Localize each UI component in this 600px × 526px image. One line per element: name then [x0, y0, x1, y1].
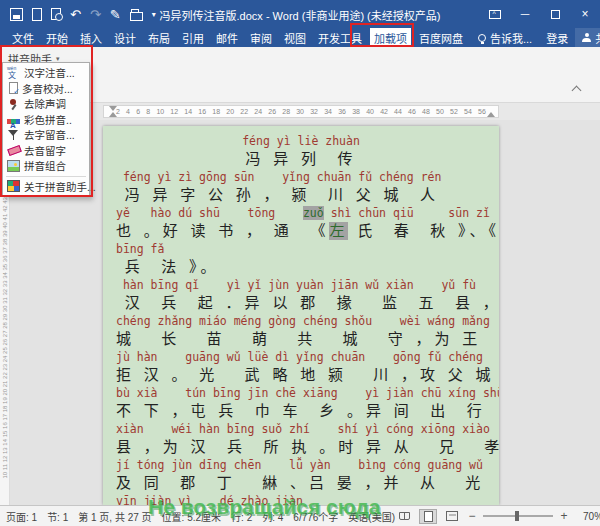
pinyin-line: bīng fǎ: [116, 242, 486, 257]
draft-edit-icon[interactable]: ✎: [110, 8, 121, 21]
menu-item[interactable]: 多音校对...: [3, 81, 89, 97]
ruler-tick-label: 48: [422, 106, 430, 118]
menu-item[interactable]: 汉字注音...: [3, 65, 89, 81]
tab-addins[interactable]: 加载项: [370, 28, 411, 47]
ribbon-tab-bar: 文件开始插入设计布局引用邮件审阅视图开发工具加载项百度网盘 告诉我... 登录 …: [0, 28, 600, 47]
status-segment[interactable]: 英语(美国): [348, 509, 395, 524]
tell-me-label: 告诉我...: [490, 30, 532, 46]
zoom-level[interactable]: 70%: [575, 511, 600, 522]
menu-item[interactable]: 关于拼音助手...: [3, 179, 89, 195]
pinyin-line: chéng zhǎng miáo méng gòng chéng shǒu wè…: [116, 314, 486, 329]
sign-in-label: 登录: [546, 30, 568, 46]
status-segment[interactable]: 列: 4: [262, 509, 283, 524]
tab-layout[interactable]: 布局: [144, 28, 174, 47]
ruler-tick-label: 36: [338, 106, 346, 118]
text-line-pair: féng yì liè zhuàn冯 异 列 传: [116, 134, 486, 170]
share-label: 共享: [595, 30, 600, 46]
tab-mailings[interactable]: 邮件: [212, 28, 242, 47]
hanging-indent-marker[interactable]: [109, 112, 117, 117]
zoom-slider-thumb[interactable]: [515, 511, 519, 521]
ruler-tick-label: 54: [464, 106, 472, 118]
save-icon[interactable]: [10, 8, 23, 21]
first-line-indent-marker[interactable]: [109, 106, 117, 111]
web-layout-button[interactable]: [443, 509, 461, 524]
close-button[interactable]: ×: [570, 0, 600, 28]
menu-item-label: 去字留音...: [24, 127, 75, 142]
tab-baidu-netdisk[interactable]: 百度网盘: [415, 28, 467, 47]
minimize-button[interactable]: ─: [510, 0, 540, 28]
text-line-pair: féng yì zì gōng sūn yǐng chuān fǔ chéng …: [116, 170, 486, 206]
new-document-icon[interactable]: [32, 8, 42, 21]
about-icon: [7, 180, 20, 192]
lightbulb-icon: [478, 34, 486, 42]
tab-references[interactable]: 引用: [178, 28, 208, 47]
read-mode-button[interactable]: [395, 509, 413, 524]
keep-hanzi-icon: [7, 144, 20, 156]
print-preview-icon[interactable]: [51, 8, 61, 20]
person-icon: [582, 33, 591, 42]
menu-item-label: 拼音组合: [24, 158, 66, 173]
undo-icon[interactable]: ↶: [70, 8, 81, 21]
hanzi-line: 城 长 苗 萌 共 城 守 ，为 王 莽: [116, 329, 486, 350]
text-line-pair: jù hàn guāng wǔ lüè dì yǐng chuān gōng f…: [116, 350, 486, 386]
tab-developer[interactable]: 开发工具: [314, 28, 366, 47]
maximize-button[interactable]: [540, 0, 570, 28]
customize-qat-icon[interactable]: ▾: [152, 10, 156, 19]
status-segment[interactable]: 位置: 5.2厘米: [162, 509, 221, 524]
print-layout-button[interactable]: [419, 509, 437, 524]
ruler-tick-label: 26: [268, 106, 276, 118]
text-line-pair: bù xià tún bīng jīn chē xiāng yì jiàn ch…: [116, 386, 486, 422]
tab-insert[interactable]: 插入: [76, 28, 106, 47]
tab-bar-right: 告诉我... 登录 共享: [471, 28, 600, 47]
ruler-tick-label: 4: [126, 106, 130, 118]
remove-tone-icon: [7, 98, 20, 110]
ruler-tick-label: 18: [212, 106, 220, 118]
hanzi-annotate-icon: [7, 67, 20, 79]
text-line-pair: yě hào dú shū tōng zuǒ shì chūn qiū sūn …: [116, 206, 486, 242]
status-bar: 页面: 1节: 1第 1 页, 共 27 页位置: 5.2厘米行: 2列: 46…: [0, 505, 600, 526]
tab-review[interactable]: 审阅: [246, 28, 276, 47]
status-bar-info: 页面: 1节: 1第 1 页, 共 27 页位置: 5.2厘米行: 2列: 46…: [6, 509, 395, 524]
ruler-tick-label: 38: [352, 106, 360, 118]
tab-home[interactable]: 开始: [42, 28, 72, 47]
menu-item[interactable]: 彩色拼音..: [3, 112, 89, 128]
status-segment[interactable]: 6/776个字: [293, 509, 338, 524]
menu-item[interactable]: 去字留音...: [3, 127, 89, 143]
ribbon-display-options-button[interactable]: [480, 0, 510, 28]
hanzi-line: 不 下 ，屯 兵 巾 车 乡 。异 间 出 行 属: [116, 401, 486, 422]
horizontal-ruler[interactable]: 2468101214161820222426283032343638404244…: [103, 105, 499, 118]
zoom-slider[interactable]: [483, 515, 553, 517]
tab-design[interactable]: 设计: [110, 28, 140, 47]
status-segment[interactable]: 行: 2: [231, 509, 252, 524]
zoom-in-button[interactable]: +: [559, 509, 569, 523]
text-line-pair: yīn jiàn yì dé zhào jiàn: [116, 494, 486, 505]
title-bar: ↶ ↷ ✎ ▾ 冯异列传注音版.docx - Word (非商业用途) (未经授…: [0, 0, 600, 28]
right-indent-marker[interactable]: [487, 112, 495, 117]
hanzi-line: 及 同 郡 丁 綝 、吕 晏 ，并 从 光 武 ，: [116, 473, 486, 494]
pinyin-line: bù xià tún bīng jīn chē xiāng yì jiàn ch…: [116, 386, 486, 401]
zoom-out-button[interactable]: −: [467, 509, 477, 523]
menu-item[interactable]: 去音留字: [3, 143, 89, 159]
ruler-tick-label: 10: [156, 106, 164, 118]
ruler-tick-label: 32: [310, 106, 318, 118]
status-segment[interactable]: 节: 1: [47, 509, 68, 524]
status-segment[interactable]: 第 1 页, 共 27 页: [78, 509, 151, 524]
share-button[interactable]: 共享: [575, 28, 600, 47]
menu-item[interactable]: 去除声调: [3, 96, 89, 112]
menu-item[interactable]: 拼音组合: [3, 158, 89, 174]
print-layout-icon: [424, 511, 433, 522]
status-segment[interactable]: 页面: 1: [6, 509, 37, 524]
status-bar-right: − + 70%: [395, 509, 600, 524]
collapse-ribbon-icon[interactable]: [572, 86, 582, 96]
tab-view[interactable]: 视图: [280, 28, 310, 47]
ruler-tick-label: 6: [136, 106, 140, 118]
menu-item-label: 彩色拼音..: [24, 112, 72, 127]
ruler-tick-label: 50: [436, 106, 444, 118]
redo-icon[interactable]: ↷: [90, 8, 101, 21]
tell-me-button[interactable]: 告诉我...: [471, 28, 539, 47]
document-page[interactable]: féng yì liè zhuàn冯 异 列 传 féng yì zì gōng…: [103, 126, 499, 505]
sign-in-button[interactable]: 登录: [539, 28, 575, 47]
open-folder-icon[interactable]: [130, 12, 143, 21]
text-line-pair: chéng zhǎng miáo méng gòng chéng shǒu wè…: [116, 314, 486, 350]
tab-file[interactable]: 文件: [8, 28, 38, 47]
